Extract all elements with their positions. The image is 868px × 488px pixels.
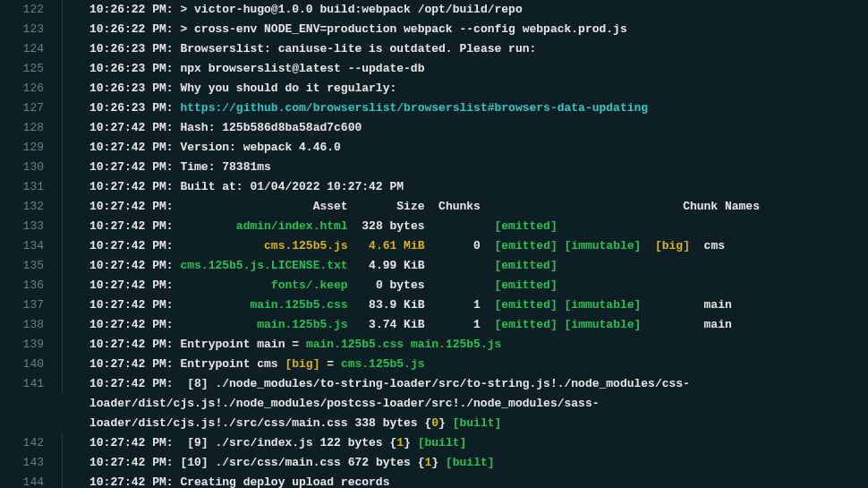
- log-text: loader/dist/cjs.js!./src/css/main.css: [89, 416, 348, 430]
- log-text: [emitted] [immutable]: [495, 239, 642, 253]
- log-text: > cross-env NODE_ENV=production webpack …: [174, 22, 627, 36]
- line-number[interactable]: 135: [0, 256, 63, 276]
- line-content: 10:27:42 PM: Hash: 125b586d8ba58ad7c600: [63, 118, 362, 138]
- line-number[interactable]: 131: [0, 177, 63, 197]
- line-content: 10:26:23 PM: npx browserslist@latest --u…: [63, 59, 424, 79]
- line-number[interactable]: 138: [0, 315, 63, 335]
- log-line: 14310:27:42 PM: [10] ./src/css/main.css …: [0, 453, 868, 473]
- log-text: [348, 200, 397, 213]
- line-content: 10:27:42 PM: [10] ./src/css/main.css 672…: [63, 453, 495, 473]
- line-content: 10:27:42 PM: Entrypoint main = main.125b…: [63, 335, 501, 355]
- line-number[interactable]: 126: [0, 79, 63, 98]
- log-text: [348, 239, 369, 253]
- log-text: 1: [473, 318, 481, 331]
- line-number[interactable]: 136: [0, 276, 63, 295]
- log-text: main: [257, 338, 285, 351]
- log-text: 0: [473, 239, 481, 253]
- timestamp: 10:26:22 PM:: [89, 3, 174, 16]
- log-line: 12510:26:23 PM: npx browserslist@latest …: [0, 59, 868, 79]
- timestamp: 10:26:23 PM:: [89, 81, 174, 95]
- line-number[interactable]: 141: [0, 374, 63, 394]
- log-text: [425, 239, 474, 253]
- log-text: main: [641, 318, 731, 331]
- timestamp: 10:27:42 PM:: [89, 180, 174, 193]
- line-number[interactable]: 144: [0, 473, 63, 488]
- log-text: main.125b5.js: [411, 338, 501, 351]
- log-text: 0: [431, 416, 438, 430]
- timestamp: 10:26:23 PM:: [89, 62, 174, 75]
- line-number[interactable]: 133: [0, 217, 63, 236]
- line-number[interactable]: 134: [0, 236, 63, 256]
- line-number[interactable]: 122: [0, 0, 63, 20]
- log-text: 3.74 KiB: [348, 318, 473, 331]
- log-text: 328 bytes: [348, 219, 495, 233]
- line-number[interactable]: 125: [0, 59, 63, 79]
- log-text: Why you should do it regularly:: [174, 81, 397, 95]
- log-text: 4.46.0: [299, 141, 341, 154]
- log-text: [9]: [174, 436, 216, 449]
- log-text: ./node_modules/to-string-loader/src/to-s…: [215, 377, 690, 390]
- log-text: [557, 219, 704, 233]
- log-text: main: [641, 298, 731, 312]
- log-text: [174, 239, 264, 253]
- log-text: loader/dist/cjs.js!./node_modules/postcs…: [89, 397, 600, 410]
- log-text: [481, 239, 495, 253]
- log-text: [emitted] [immutable]: [495, 318, 642, 331]
- log-line: loader/dist/cjs.js!./src/css/main.css 33…: [0, 414, 868, 433]
- line-number[interactable]: 139: [0, 335, 63, 355]
- line-content: 10:27:42 PM: Entrypoint cms [big] = cms.…: [63, 355, 425, 374]
- line-content: 10:27:42 PM: cms.125b5.js.LICENSE.txt 4.…: [63, 256, 704, 276]
- line-content: 10:27:42 PM: [8] ./node_modules/to-strin…: [63, 374, 690, 394]
- log-text: [built]: [411, 436, 466, 449]
- log-text: [built]: [438, 456, 494, 469]
- log-text: Time:: [174, 160, 223, 174]
- log-line: 13010:27:42 PM: Time: 78381ms: [0, 158, 868, 177]
- log-line: 12210:26:22 PM: > victor-hugo@1.0.0 buil…: [0, 0, 868, 20]
- log-text: main.125b5.css: [306, 338, 404, 351]
- log-text: ./src/css/main.css: [215, 456, 340, 469]
- log-text: 0 bytes: [348, 278, 495, 292]
- timestamp: 10:27:42 PM:: [89, 160, 174, 174]
- log-text: [big]: [285, 357, 319, 371]
- line-content: 10:27:42 PM: Time: 78381ms: [63, 158, 271, 177]
- timestamp: 10:27:42 PM:: [89, 239, 174, 253]
- log-text: 4.61 MiB: [369, 239, 424, 253]
- log-line: 13110:27:42 PM: Built at: 01/04/2022 10:…: [0, 177, 868, 197]
- log-line: 13910:27:42 PM: Entrypoint main = main.1…: [0, 335, 868, 355]
- log-line: 14110:27:42 PM: [8] ./node_modules/to-st…: [0, 374, 868, 394]
- log-line: 13310:27:42 PM: admin/index.html 328 byt…: [0, 217, 868, 236]
- log-line: 14210:27:42 PM: [9] ./src/index.js 122 b…: [0, 433, 868, 453]
- log-text: [557, 278, 704, 292]
- line-number[interactable]: 129: [0, 138, 63, 158]
- line-number[interactable]: 143: [0, 453, 63, 473]
- line-content: loader/dist/cjs.js!./node_modules/postcs…: [63, 394, 600, 414]
- log-text: 672 bytes {: [341, 456, 425, 469]
- log-line: 12410:26:23 PM: Browserslist: caniuse-li…: [0, 39, 868, 59]
- line-content: 10:27:42 PM: Version: webpack 4.46.0: [63, 138, 341, 158]
- line-number[interactable]: 127: [0, 98, 63, 118]
- log-text: cms: [257, 357, 277, 371]
- line-number[interactable]: 130: [0, 158, 63, 177]
- line-number[interactable]: 132: [0, 197, 63, 217]
- log-text: 78381: [222, 160, 257, 174]
- line-number[interactable]: 137: [0, 295, 63, 315]
- line-content: 10:27:42 PM: cms.125b5.js 4.61 MiB 0 [em…: [63, 236, 725, 256]
- line-number[interactable]: 128: [0, 118, 63, 138]
- log-text: fonts/.keep: [271, 278, 348, 292]
- line-content: 10:27:42 PM: fonts/.keep 0 bytes [emitte…: [63, 276, 704, 295]
- log-text: [big]: [655, 239, 690, 253]
- line-content: 10:27:42 PM: Built at: 01/04/2022 10:27:…: [63, 177, 404, 197]
- line-number[interactable]: 124: [0, 39, 63, 59]
- timestamp: 10:27:42 PM:: [89, 456, 174, 469]
- log-text: [641, 239, 655, 253]
- log-text: [emitted] [immutable]: [495, 298, 642, 312]
- line-number[interactable]: 140: [0, 355, 63, 374]
- log-text: Browserslist: caniuse-lite is outdated. …: [174, 42, 537, 56]
- line-number[interactable]: 123: [0, 20, 63, 39]
- timestamp: 10:27:42 PM:: [89, 436, 174, 449]
- log-line: 13810:27:42 PM: main.125b5.js 3.74 KiB 1…: [0, 315, 868, 335]
- log-text: Entrypoint: [174, 357, 258, 371]
- line-number[interactable]: 142: [0, 433, 63, 453]
- log-text: [174, 200, 313, 213]
- line-content: 10:27:42 PM: main.125b5.css 83.9 KiB 1 […: [63, 295, 732, 315]
